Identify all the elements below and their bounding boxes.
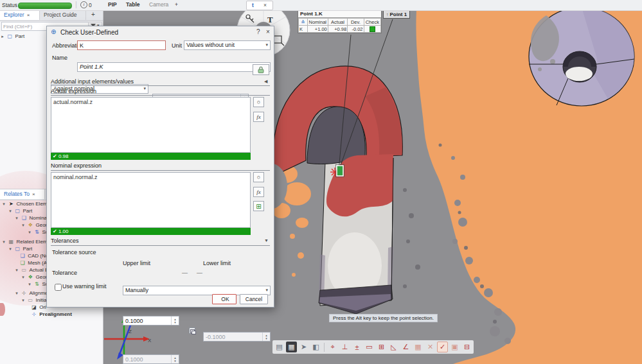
collapse-left-icon[interactable]: ◀: [264, 79, 267, 84]
tab-project-guide[interactable]: Project Guide: [40, 10, 86, 20]
close-icon[interactable]: ×: [27, 12, 30, 18]
nominal-element-picker-button[interactable]: ○: [253, 172, 264, 182]
check-section-button[interactable]: ◺: [388, 342, 399, 352]
check-fit-button[interactable]: ✕: [425, 342, 436, 352]
info-count: 0: [89, 2, 92, 8]
actual-result-bar: ✔ 0.98: [51, 153, 251, 160]
check-normal-deviation-button[interactable]: ⊥: [339, 342, 350, 352]
chevron-down-icon: ▾: [265, 288, 268, 293]
element-selection-button[interactable]: ➤: [298, 342, 309, 352]
up-arrow-icon: ↑: [386, 12, 389, 17]
geometry-icon: ❖: [27, 273, 33, 281]
additional-inputs-header: Additional input elements/values: [51, 78, 134, 85]
dialog-icon: ⊕: [51, 28, 56, 35]
check-rectangle-label-button[interactable]: ⊞: [376, 342, 387, 352]
close-icon[interactable]: ×: [266, 28, 270, 35]
expander-icon[interactable]: ▸: [0, 33, 5, 40]
hint-tooltip: Press the Alt key to keep the point sele…: [329, 314, 438, 322]
check-deviation-label-button[interactable]: ±: [352, 342, 362, 352]
add-view-tab-button[interactable]: +: [175, 1, 178, 8]
unit-select[interactable]: Values without unit ▾: [184, 40, 271, 50]
tab-relates-to[interactable]: Relates To×: [0, 189, 45, 199]
lock-button[interactable]: [253, 64, 269, 75]
tolerance-lower-stepper[interactable]: ▴▾: [203, 332, 271, 342]
point-label[interactable]: ↑Point 1: [383, 10, 410, 19]
mini-tab-label[interactable]: t: [252, 2, 254, 8]
nominal-formula-button[interactable]: fx: [253, 187, 264, 197]
link-limits-icon[interactable]: [189, 327, 195, 334]
check-angle-button[interactable]: ∠: [400, 342, 411, 352]
value-table-button[interactable]: ⊞: [253, 201, 264, 211]
tab-explorer[interactable]: Explorer×: [0, 10, 40, 20]
actual-formula-button[interactable]: fx: [253, 112, 264, 122]
check-grid-button[interactable]: ▦: [413, 342, 424, 352]
discard-check-button[interactable]: ▣: [449, 342, 460, 352]
elements-icon: ▦: [8, 238, 14, 245]
check-user-defined-dialog: ⊕ Check User-Defined ? × Abbreviation Un…: [46, 26, 274, 308]
folder-icon: ▭: [27, 297, 33, 304]
tolerance-upper-stepper[interactable]: ▴▾: [123, 316, 179, 325]
name-field[interactable]: Point 1.K ▾: [77, 62, 271, 72]
nominal-result-bar: ✔ 1.00: [51, 228, 251, 235]
compare-icon: ≙: [299, 19, 308, 26]
nominal-value: +1.00: [307, 26, 328, 33]
use-warning-limit-checkbox[interactable]: [55, 284, 62, 291]
mini-tab-close-icon[interactable]: ×: [263, 2, 267, 8]
column-header: Nominal: [307, 19, 328, 26]
info-icon[interactable]: i: [80, 1, 87, 8]
cancel-button[interactable]: Cancel: [240, 294, 268, 304]
cad-icon: ❏: [19, 252, 26, 259]
add-tab-button[interactable]: +: [91, 11, 95, 18]
nominal-expression-editor[interactable]: nominal.normal.z: [51, 172, 251, 228]
status-label: Status: [2, 2, 17, 8]
label-id-display-button[interactable]: ▦: [286, 342, 297, 352]
tab-camera[interactable]: Camera: [149, 1, 168, 8]
warning-upper-stepper[interactable]: ▴▾: [123, 354, 179, 364]
tab-table[interactable]: Table: [126, 1, 140, 8]
status-progress-bar: [18, 3, 72, 9]
chevron-down-icon: ▾: [265, 42, 268, 48]
alignment-icon: ⊹: [21, 290, 27, 297]
tree-item-prealignment[interactable]: ⊹ Prealignment: [31, 311, 103, 318]
column-header: Dev.: [348, 19, 364, 26]
floating-mini-tab[interactable]: t ×: [246, 1, 273, 10]
actual-element-picker-button[interactable]: ○: [253, 97, 264, 107]
apply-check-button[interactable]: ✓: [437, 342, 448, 352]
chevron-down-icon: ▾: [143, 86, 146, 91]
grid-icon: ⊞: [256, 203, 261, 210]
dialog-titlebar[interactable]: ⊕ Check User-Defined ? ×: [47, 26, 274, 39]
help-button[interactable]: ?: [256, 28, 260, 35]
tab-pip[interactable]: PIP: [108, 1, 117, 8]
part-icon: ▢: [6, 33, 13, 40]
check-rectangle-button[interactable]: ▭: [364, 342, 375, 352]
point-result-table[interactable]: Point 1.K ≙ Nominal Actual Dev. Check K …: [298, 10, 382, 33]
collapse-down-icon[interactable]: ▼: [264, 238, 269, 243]
cone-feature[interactable]: [529, 10, 634, 106]
check-surface-point-button[interactable]: ⌖: [327, 342, 338, 352]
deviation-value: -0.02: [348, 26, 364, 33]
circle-icon: ○: [257, 99, 260, 105]
abbreviation-field[interactable]: [77, 40, 166, 50]
upper-limit-label: Upper limit: [123, 260, 150, 266]
close-icon[interactable]: ×: [32, 191, 35, 197]
check-caliper-button[interactable]: ⊟: [461, 342, 472, 352]
text-tool-icon[interactable]: T: [267, 15, 273, 24]
geometry-icon: ❖: [27, 221, 33, 229]
actual-expression-editor[interactable]: actual.normal.z: [51, 97, 251, 153]
tolerance-source-label: Tolerance source: [52, 249, 96, 256]
mesh-icon: ❏: [19, 259, 26, 266]
original-alignment-icon: ◪: [31, 304, 37, 311]
toolbar-separator: [324, 343, 325, 352]
actual-value: +0.98: [328, 26, 347, 33]
label-display-button[interactable]: ▤: [274, 342, 285, 352]
ok-button[interactable]: OK: [212, 294, 236, 304]
lock-icon: [258, 66, 264, 73]
check-pass-indicator: [370, 26, 375, 32]
fx-icon: fx: [256, 114, 261, 120]
lower-limit-label: Lower limit: [203, 260, 231, 266]
folder-icon: ▭: [21, 266, 27, 273]
point-table-title: Point 1.K: [298, 10, 381, 18]
nominal-expression-header: Nominal expression: [51, 162, 102, 169]
clipping-planes-button[interactable]: ◧: [310, 342, 321, 352]
part-icon: ▢: [14, 207, 21, 214]
